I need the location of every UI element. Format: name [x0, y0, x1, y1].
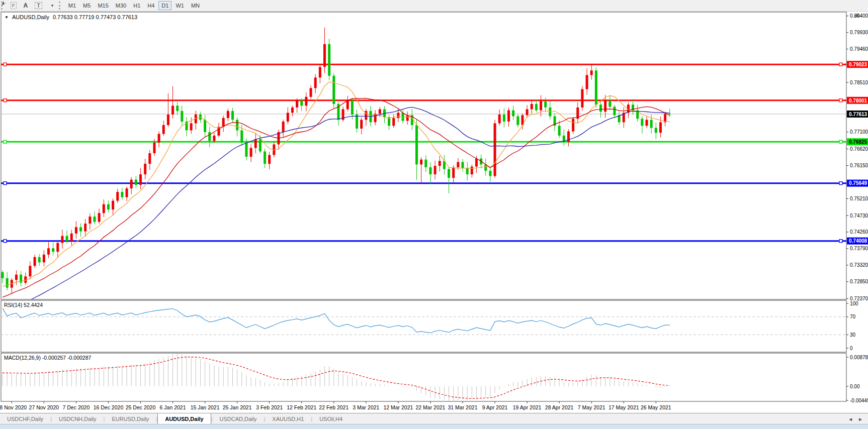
timeframe-button-m30[interactable]: M30 — [113, 1, 129, 10]
candle-body — [70, 234, 73, 241]
candle-body — [79, 227, 82, 231]
hline-handle[interactable] — [839, 63, 842, 66]
timeframe-button-m15[interactable]: M15 — [95, 1, 111, 10]
candle-body — [34, 257, 36, 266]
candle-body — [282, 122, 285, 132]
date-axis-label: 3 Mar 2021 — [353, 404, 379, 410]
candle-body — [75, 227, 77, 234]
candle-body — [264, 151, 266, 164]
candle-body — [489, 171, 491, 176]
date-axis-label: 27 Nov 2020 — [29, 404, 59, 410]
date-axis-label: 28 Apr 2021 — [545, 404, 574, 410]
chart-window-button[interactable]: F — [8, 1, 20, 10]
candle-body — [503, 115, 505, 122]
timeframe-button-mn[interactable]: MN — [188, 1, 203, 10]
candle-body — [402, 113, 404, 121]
svg-text:0.77613: 0.77613 — [849, 112, 867, 117]
candle-body — [103, 204, 105, 213]
tab-usdcnh-daily[interactable]: USDCNH,Daily — [52, 413, 104, 424]
candle-body — [531, 104, 533, 110]
candle-body — [332, 76, 335, 104]
price-axis-tick: 0.76150 — [850, 163, 868, 168]
rsi-panel[interactable] — [1, 300, 846, 352]
hline-handle[interactable] — [839, 99, 842, 102]
date-axis-label: 15 Jan 2021 — [191, 404, 220, 410]
candle-body — [572, 119, 574, 131]
tab-scroll-nav: ◄ ► — [848, 413, 868, 424]
chart-canvas[interactable]: 0.804000.799300.794600.785100.771000.766… — [0, 0, 868, 413]
price-axis-tick: 0.79460 — [850, 46, 868, 52]
candle-body — [56, 243, 59, 252]
rsi-label-text: RSI(14) 52.4424 — [4, 302, 43, 308]
timeframe-button-h4[interactable]: H4 — [144, 1, 157, 10]
macd-axis-tick: 0.008782 — [850, 355, 868, 360]
date-axis-label: 26 May 2021 — [641, 404, 671, 410]
tab-usdchf-daily[interactable]: USDCHF,Daily — [0, 413, 50, 424]
tab-usoil-h4[interactable]: USOil,H4 — [312, 413, 350, 424]
tab-eurusd-daily[interactable]: EURUSD,Daily — [105, 413, 156, 424]
chart-dropdown-icon[interactable]: ▼ — [5, 15, 9, 20]
candle-body — [213, 136, 215, 141]
rsi-axis-tick: 30 — [850, 332, 856, 338]
timeframe-button-h1[interactable]: H1 — [130, 1, 143, 10]
text-tool-button[interactable]: A — [21, 1, 31, 10]
tab-audusd-daily[interactable]: AUDUSD,Daily — [157, 413, 211, 424]
rsi-axis-tick: 0 — [850, 346, 853, 351]
candle-body — [544, 101, 547, 108]
candle-body — [107, 204, 110, 210]
timeframe-button-m1[interactable]: M1 — [65, 1, 79, 10]
timeframe-button-m5[interactable]: M5 — [80, 1, 94, 10]
candle-body — [287, 113, 289, 122]
macd-label-text: MACD(12,26,9) -0.000257 -0.000287 — [4, 355, 91, 361]
candle-body — [222, 118, 225, 127]
hline-handle[interactable] — [4, 140, 7, 143]
date-axis-label: 18 Nov 2020 — [0, 404, 27, 410]
candle-body — [15, 275, 18, 280]
main-panel[interactable] — [1, 12, 846, 299]
candle-body — [153, 143, 155, 153]
objects-dropdown-button[interactable]: ▼ — [46, 1, 57, 10]
chart-title-bar[interactable]: ▼ AUDUSD,Daily 0.77633 0.77719 0.77473 0… — [5, 14, 137, 20]
tab-usdcad-daily[interactable]: USDCAD,Daily — [213, 413, 264, 424]
candle-body — [89, 217, 91, 224]
candle-body — [319, 67, 321, 77]
label-tool-button[interactable]: T — [32, 1, 45, 10]
hline-handle[interactable] — [4, 63, 7, 66]
candle-body — [268, 155, 271, 164]
macd-panel[interactable] — [1, 353, 846, 401]
svg-text:0.75649: 0.75649 — [849, 180, 867, 186]
hline-handle[interactable] — [4, 240, 7, 243]
timeframe-button-w1[interactable]: W1 — [172, 1, 187, 10]
candle-body — [434, 166, 437, 174]
hline-handle[interactable] — [839, 182, 842, 185]
candle-body — [305, 97, 307, 106]
ohlc-readout: 0.77633 0.77719 0.77473 0.77613 — [53, 14, 137, 20]
hline-handle[interactable] — [839, 140, 842, 143]
date-axis-label: 25 Jan 2021 — [223, 404, 252, 410]
candle-body — [379, 109, 381, 114]
candle-body — [609, 100, 611, 107]
tab-xauusd-h1[interactable]: XAUUSD,H1 — [265, 413, 311, 424]
chart-title: AUDUSD,Daily — [12, 14, 49, 20]
date-axis-label: 12 Feb 2021 — [287, 404, 316, 410]
candle-body — [29, 266, 31, 276]
candle-body — [641, 119, 643, 126]
candle-body — [98, 213, 101, 222]
status-strip — [0, 424, 868, 429]
tab-scroll-left-icon[interactable]: ◄ — [848, 416, 853, 422]
candle-body — [259, 139, 262, 152]
hline-handle[interactable] — [4, 182, 7, 185]
candle-body — [448, 169, 450, 178]
tab-scroll-right-icon[interactable]: ► — [858, 416, 863, 422]
date-axis-label: 6 Jan 2021 — [160, 404, 186, 410]
price-axis-tick: 0.78510 — [850, 80, 868, 85]
text-tool-icon: A — [24, 2, 28, 9]
hline-handle[interactable] — [4, 99, 7, 102]
top-toolbar: F A T ▼ M1M5M15M30H1H4D1W1MN — [0, 0, 868, 12]
toolbar-grip-icon[interactable] — [59, 2, 63, 10]
timeframe-button-d1[interactable]: D1 — [158, 1, 171, 10]
candle-body — [291, 108, 294, 113]
hline-handle[interactable] — [839, 240, 842, 243]
candle-body — [171, 105, 174, 115]
candle-body — [181, 111, 183, 122]
